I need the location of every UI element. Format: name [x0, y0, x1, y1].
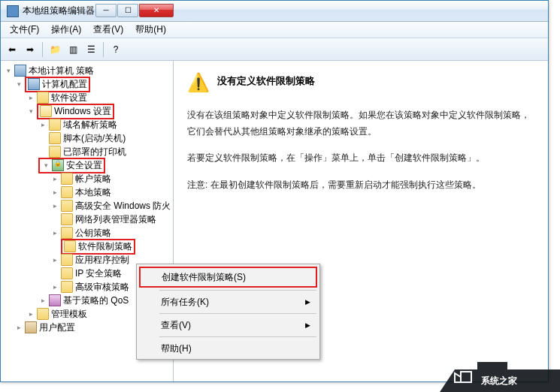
maximize-button[interactable]: ☐ [117, 4, 138, 17]
menu-file[interactable]: 文件(F) [4, 21, 45, 38]
close-button[interactable]: ✕ [139, 4, 174, 17]
menu-view[interactable]: 查看(V) [87, 21, 129, 38]
details-title: 没有定义软件限制策略 [217, 71, 315, 88]
ctx-help[interactable]: 帮助(H) [138, 339, 318, 357]
show-hide-tree-button[interactable]: ▥ [65, 41, 81, 58]
chevron-right-icon: ▶ [305, 298, 310, 306]
tree-computer-config[interactable]: ▾计算机配置 [1, 77, 173, 91]
minimize-button[interactable]: ─ [95, 4, 117, 17]
tree-scripts[interactable]: 脚本(启动/关机) [1, 131, 173, 145]
details-p2: 若要定义软件限制策略，在「操作」菜单上，单击「创建软件限制策略」。 [187, 150, 534, 167]
chevron-right-icon: ▶ [305, 321, 310, 329]
details-p1: 没有在该组策略对象中定义软件限制策略。如果您在该策略对象中定义软件限制策略，它们… [187, 107, 534, 140]
app-icon [7, 5, 19, 17]
tree-public-key[interactable]: ▸公钥策略 [1, 226, 173, 240]
ctx-all-tasks[interactable]: 所有任务(K)▶ [138, 293, 318, 311]
tree-security-settings[interactable]: ▾安全设置 [1, 158, 173, 172]
back-button[interactable]: ⬅ [4, 41, 20, 58]
context-menu: 创建软件限制策略(S) 所有任务(K)▶ 查看(V)▶ 帮助(H) [136, 264, 320, 360]
menu-action[interactable]: 操作(A) [45, 21, 87, 38]
details-body: 没有在该组策略对象中定义软件限制策略。如果您在该策略对象中定义软件限制策略，它们… [187, 107, 534, 193]
menu-help[interactable]: 帮助(H) [129, 21, 172, 38]
tree-network-list[interactable]: 网络列表管理器策略 [1, 213, 173, 226]
tree-windows-settings[interactable]: ▾Windows 设置 [1, 104, 173, 118]
menubar: 文件(F) 操作(A) 查看(V) 帮助(H) [1, 22, 548, 38]
tree-deployed-printers[interactable]: 已部署的打印机 [1, 145, 173, 158]
up-button[interactable]: 📁 [47, 41, 63, 58]
tree-local-policy[interactable]: ▸本地策略 [1, 185, 173, 199]
ctx-create-policy[interactable]: 创建软件限制策略(S) [141, 268, 316, 286]
tree-account-policy[interactable]: ▸帐户策略 [1, 172, 173, 185]
ctx-view[interactable]: 查看(V)▶ [138, 316, 318, 334]
details-p3: 注意: 在最初创建软件限制策略后，需要重新启动才能强制执行这些策略。 [187, 177, 534, 194]
warning-icon: ⚠️ [187, 71, 210, 94]
window-title: 本地组策略编辑器 [23, 5, 95, 17]
forward-button[interactable]: ➡ [22, 41, 38, 58]
properties-button[interactable]: ☰ [83, 41, 99, 58]
tree-dns-policy[interactable]: ▸域名解析策略 [1, 118, 173, 131]
titlebar[interactable]: 本地组策略编辑器 ─ ☐ ✕ [1, 1, 548, 22]
toolbar: ⬅ ➡ 📁 ▥ ☰ ? [1, 38, 548, 61]
tree-software-restrict[interactable]: 软件限制策略 [1, 240, 173, 253]
help-button[interactable]: ? [107, 41, 124, 58]
tree-software-settings[interactable]: ▸软件设置 [1, 91, 173, 104]
tree-adv-firewall[interactable]: ▸高级安全 Windows 防火 [1, 199, 173, 213]
tree-root[interactable]: ▾本地计算机 策略 [1, 64, 173, 77]
